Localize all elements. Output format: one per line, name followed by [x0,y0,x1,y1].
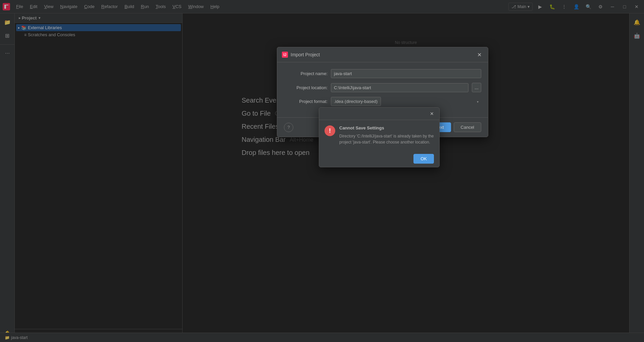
project-location-row: Project location: ... [284,83,481,92]
import-dialog-logo: IJ [282,52,288,58]
error-dialog-footer: OK [319,151,439,167]
browse-button[interactable]: ... [472,83,481,92]
error-message: Directory 'C:/IntelliJ/java-start' is al… [339,133,434,145]
error-dialog-body: ! Cannot Save Settings Directory 'C:/Int… [319,120,439,151]
error-title: Cannot Save Settings [339,125,434,130]
error-dialog: ✕ ! Cannot Save Settings Directory 'C:/I… [319,107,440,167]
import-dialog-title: Import Project [291,52,473,57]
project-format-row: Project format: .idea (directory-based) … [284,97,481,106]
project-name-row: Project name: [284,69,481,78]
project-location-input[interactable] [331,83,468,92]
project-format-select-wrapper: .idea (directory-based) .ipr (file-based… [331,97,481,106]
help-button[interactable]: ? [284,123,293,132]
dialog-overlay: IJ Import Project ✕ Project name: Projec… [0,0,644,342]
error-ok-button[interactable]: OK [413,154,434,164]
import-dialog-close-button[interactable]: ✕ [475,51,483,59]
error-dialog-close-button[interactable]: ✕ [429,110,435,117]
error-dialog-titlebar: ✕ [319,108,439,120]
project-name-input[interactable] [331,69,481,78]
project-location-label: Project location: [284,85,328,90]
project-name-label: Project name: [284,71,328,76]
project-format-select[interactable]: .idea (directory-based) .ipr (file-based… [331,97,381,106]
error-icon: ! [325,125,335,136]
cancel-button[interactable]: Cancel [454,122,481,132]
error-content: Cannot Save Settings Directory 'C:/Intel… [339,125,434,145]
select-arrow-icon: ▾ [477,100,479,103]
project-format-label: Project format: [284,99,328,104]
import-dialog-titlebar: IJ Import Project ✕ [277,47,488,62]
